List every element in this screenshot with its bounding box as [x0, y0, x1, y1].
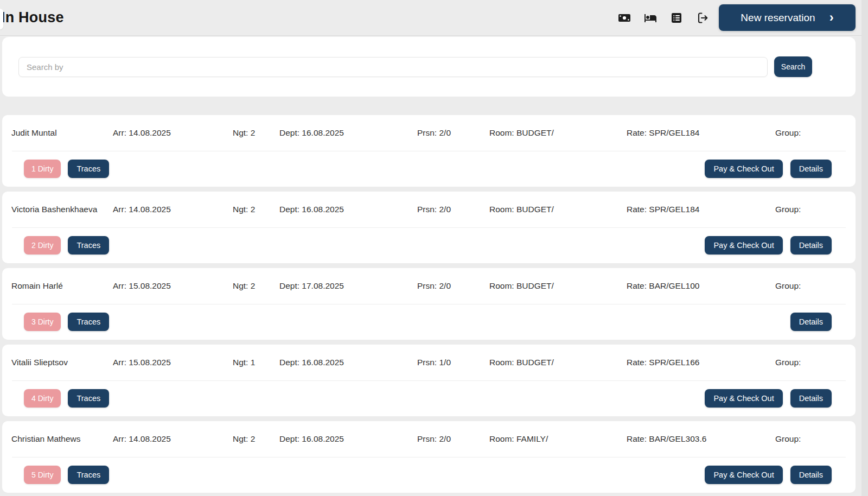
- persons: Prsn: 2/0: [417, 434, 489, 444]
- departure-date: Dept: 17.08.2025: [279, 281, 417, 291]
- header: In House New reservation ›: [0, 0, 868, 36]
- room-type: Room: FAMILY/: [489, 434, 627, 444]
- payments-icon[interactable]: [618, 11, 631, 24]
- dirty-status-badge: 4 Dirty: [24, 389, 61, 408]
- nights: Ngt: 2: [233, 128, 279, 138]
- dirty-status-badge: 5 Dirty: [24, 466, 61, 484]
- rate-code: Rate: SPR/GEL184: [627, 128, 775, 138]
- header-icon-bar: [618, 11, 709, 24]
- room-type: Room: BUDGET/: [489, 358, 627, 367]
- group: Group:: [775, 358, 856, 367]
- persons: Prsn: 1/0: [417, 358, 489, 367]
- reservation-action-row: 5 Dirty Traces Pay & Check Out Details: [2, 457, 856, 492]
- reservation-card: Vitalii Slieptsov Arr: 15.08.2025 Ngt: 1…: [2, 345, 856, 416]
- traces-button[interactable]: Traces: [68, 466, 109, 484]
- persons: Prsn: 2/0: [417, 281, 489, 291]
- reservation-card: Victoria Bashenkhaeva Arr: 14.08.2025 Ng…: [2, 192, 856, 263]
- arrival-date: Arr: 14.08.2025: [113, 128, 233, 138]
- dirty-status-badge: 2 Dirty: [24, 236, 61, 255]
- reservation-card: Judit Muntal Arr: 14.08.2025 Ngt: 2 Dept…: [2, 115, 856, 187]
- traces-button[interactable]: Traces: [68, 313, 109, 331]
- group: Group:: [775, 434, 856, 444]
- new-reservation-button[interactable]: New reservation ›: [719, 4, 856, 31]
- room-type: Room: BUDGET/: [489, 205, 627, 214]
- guest-name: Judit Muntal: [11, 128, 113, 138]
- details-button[interactable]: Details: [790, 389, 832, 408]
- reservation-list: Judit Muntal Arr: 14.08.2025 Ngt: 2 Dept…: [0, 115, 868, 493]
- search-panel: Search: [2, 37, 856, 97]
- left-edge-cutoff-element: [0, 9, 3, 29]
- pay-check-out-button[interactable]: Pay & Check Out: [705, 160, 782, 178]
- nights: Ngt: 1: [233, 358, 279, 367]
- pay-check-out-button[interactable]: Pay & Check Out: [705, 236, 782, 255]
- bed-icon[interactable]: [644, 11, 657, 24]
- traces-button[interactable]: Traces: [68, 389, 109, 408]
- dirty-status-badge: 1 Dirty: [24, 160, 61, 178]
- guest-name: Vitalii Slieptsov: [11, 358, 113, 367]
- guest-name: Christian Mathews: [11, 434, 113, 444]
- new-reservation-label: New reservation: [741, 12, 815, 24]
- reservation-info-row: Christian Mathews Arr: 14.08.2025 Ngt: 2…: [2, 421, 856, 457]
- pay-check-out-button[interactable]: Pay & Check Out: [705, 466, 782, 484]
- reservation-action-row: 2 Dirty Traces Pay & Check Out Details: [2, 228, 856, 263]
- guest-name: Romain Harlé: [11, 281, 113, 291]
- nights: Ngt: 2: [233, 281, 279, 291]
- rate-code: Rate: SPR/GEL184: [627, 205, 775, 214]
- reservation-info-row: Vitalii Slieptsov Arr: 15.08.2025 Ngt: 1…: [2, 345, 856, 380]
- dirty-status-badge: 3 Dirty: [24, 313, 61, 331]
- reservation-info-row: Romain Harlé Arr: 15.08.2025 Ngt: 2 Dept…: [2, 268, 856, 304]
- page-title: In House: [1, 9, 64, 26]
- search-button[interactable]: Search: [774, 56, 812, 77]
- room-type: Room: BUDGET/: [489, 281, 627, 291]
- rate-code: Rate: BAR/GEL303.6: [627, 434, 775, 444]
- arrival-date: Arr: 14.08.2025: [113, 434, 233, 444]
- nights: Ngt: 2: [233, 205, 279, 214]
- details-button[interactable]: Details: [790, 466, 832, 484]
- departure-date: Dept: 16.08.2025: [279, 434, 417, 444]
- persons: Prsn: 2/0: [417, 128, 489, 138]
- reservation-action-row: 4 Dirty Traces Pay & Check Out Details: [2, 381, 856, 416]
- pay-check-out-button[interactable]: Pay & Check Out: [705, 389, 782, 408]
- details-button[interactable]: Details: [790, 313, 832, 331]
- arrival-date: Arr: 15.08.2025: [113, 281, 233, 291]
- persons: Prsn: 2/0: [417, 205, 489, 214]
- departure-date: Dept: 16.08.2025: [279, 358, 417, 367]
- rate-code: Rate: BAR/GEL100: [627, 281, 775, 291]
- traces-button[interactable]: Traces: [68, 236, 109, 255]
- traces-button[interactable]: Traces: [68, 160, 109, 178]
- group: Group:: [775, 128, 856, 138]
- reservation-action-row: 1 Dirty Traces Pay & Check Out Details: [2, 151, 856, 186]
- details-button[interactable]: Details: [790, 160, 832, 178]
- guest-name: Victoria Bashenkhaeva: [11, 205, 113, 214]
- reservation-action-row: 3 Dirty Traces Details: [2, 304, 856, 339]
- reservation-info-row: Victoria Bashenkhaeva Arr: 14.08.2025 Ng…: [2, 192, 856, 227]
- group: Group:: [775, 281, 856, 291]
- room-type: Room: BUDGET/: [489, 128, 627, 138]
- vertical-scrollbar[interactable]: [861, 0, 868, 496]
- group: Group:: [775, 205, 856, 214]
- departure-date: Dept: 16.08.2025: [279, 205, 417, 214]
- reservation-card: Christian Mathews Arr: 14.08.2025 Ngt: 2…: [2, 421, 856, 493]
- reservation-info-row: Judit Muntal Arr: 14.08.2025 Ngt: 2 Dept…: [2, 115, 856, 151]
- rate-code: Rate: SPR/GEL166: [627, 358, 775, 367]
- folio-list-icon[interactable]: [670, 11, 683, 24]
- details-button[interactable]: Details: [790, 236, 832, 255]
- arrival-date: Arr: 14.08.2025: [113, 205, 233, 214]
- reservation-card: Romain Harlé Arr: 15.08.2025 Ngt: 2 Dept…: [2, 268, 856, 340]
- search-input[interactable]: [18, 57, 768, 77]
- logout-icon[interactable]: [696, 11, 709, 24]
- chevron-right-icon: ›: [829, 11, 834, 24]
- departure-date: Dept: 16.08.2025: [279, 128, 417, 138]
- arrival-date: Arr: 15.08.2025: [113, 358, 233, 367]
- nights: Ngt: 2: [233, 434, 279, 444]
